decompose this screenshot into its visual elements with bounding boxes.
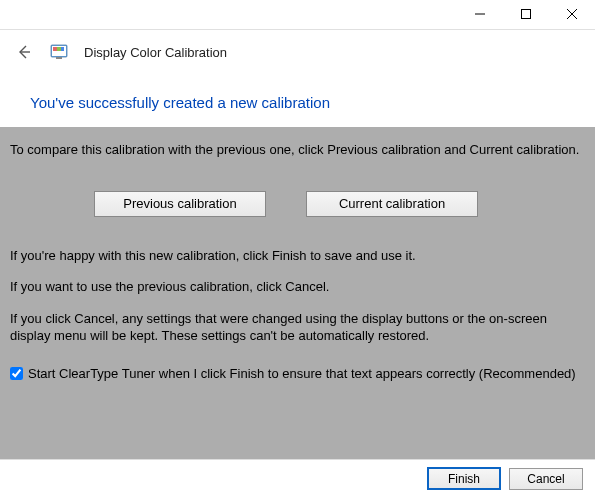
current-calibration-button[interactable]: Current calibration [306,191,478,217]
finish-button[interactable]: Finish [427,467,501,490]
maximize-button[interactable] [503,0,549,28]
close-button[interactable] [549,0,595,28]
page-heading: You've successfully created a new calibr… [30,94,565,111]
happy-text: If you're happy with this new calibratio… [8,247,587,265]
calibration-button-row: Previous calibration Current calibration [8,173,587,247]
svg-rect-1 [522,10,531,19]
cleartype-label: Start ClearType Tuner when I click Finis… [28,365,576,383]
back-button[interactable] [14,42,34,62]
cleartype-checkbox[interactable] [10,367,23,380]
svg-rect-9 [61,47,64,51]
svg-rect-7 [53,47,57,51]
cancel-note-text: If you click Cancel, any settings that w… [8,310,587,345]
cleartype-row: Start ClearType Tuner when I click Finis… [8,359,587,383]
svg-rect-8 [57,47,61,51]
previous-calibration-button[interactable]: Previous calibration [94,191,266,217]
footer: Finish Cancel [0,459,595,497]
use-previous-text: If you want to use the previous calibrat… [8,278,587,296]
svg-rect-10 [56,57,62,59]
content-area: To compare this calibration with the pre… [0,127,595,459]
titlebar [0,0,595,30]
app-icon [50,43,68,61]
minimize-button[interactable] [457,0,503,28]
compare-text: To compare this calibration with the pre… [8,141,587,159]
nav-row: Display Color Calibration [0,30,595,74]
app-title: Display Color Calibration [84,45,227,60]
cancel-button[interactable]: Cancel [509,468,583,490]
heading-row: You've successfully created a new calibr… [0,74,595,127]
